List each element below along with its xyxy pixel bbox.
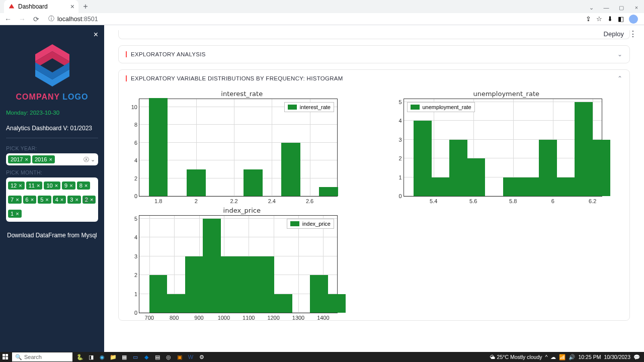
tag-remove-icon[interactable]: × bbox=[16, 197, 19, 203]
month-tag[interactable]: 10 × bbox=[44, 182, 60, 190]
app-icon[interactable]: 📁 bbox=[109, 352, 118, 361]
logo-word2: LOGO bbox=[62, 93, 88, 101]
legend-swatch bbox=[411, 105, 420, 110]
tag-remove-icon[interactable]: × bbox=[69, 183, 72, 189]
notifications-icon[interactable]: 💬 bbox=[633, 354, 640, 360]
app-icon[interactable]: ◉ bbox=[98, 352, 107, 361]
month-tag[interactable]: 1 × bbox=[8, 210, 22, 218]
close-icon[interactable]: × bbox=[629, 2, 644, 13]
back-icon[interactable]: ← bbox=[3, 14, 13, 24]
histogram-bar bbox=[149, 275, 168, 313]
share-icon[interactable]: ⇪ bbox=[586, 15, 591, 23]
expander-header[interactable]: EXPLORATORY VARIABLE DISTRIBUTIONS BY FR… bbox=[119, 70, 629, 87]
y-tick: 4 bbox=[134, 157, 139, 163]
y-tick: 5 bbox=[398, 99, 404, 105]
app-icon[interactable]: ◨ bbox=[87, 352, 96, 361]
month-tag[interactable]: 11 × bbox=[26, 182, 43, 190]
app-icon[interactable]: ▭ bbox=[131, 352, 140, 361]
tag-remove-icon[interactable]: × bbox=[85, 183, 88, 189]
clear-months-icon[interactable]: ⓧ bbox=[84, 196, 89, 204]
windows-icon bbox=[3, 354, 9, 360]
logo-hex-icon bbox=[27, 40, 77, 90]
tag-remove-icon[interactable]: × bbox=[45, 197, 48, 203]
app-icon[interactable]: ◆ bbox=[142, 352, 151, 361]
month-tag[interactable]: 12 × bbox=[8, 182, 25, 190]
year-caret-icon[interactable]: ⌄ bbox=[91, 156, 95, 163]
app-icon[interactable]: ▣ bbox=[175, 352, 184, 361]
tag-remove-icon[interactable]: × bbox=[49, 156, 52, 162]
app-icon[interactable]: ⚙ bbox=[197, 352, 206, 361]
month-tag[interactable]: 3 × bbox=[67, 196, 81, 204]
year-tag[interactable]: 2016 × bbox=[32, 155, 55, 163]
wifi-icon[interactable]: 📶 bbox=[559, 354, 566, 360]
x-tick: 1000 bbox=[218, 313, 230, 321]
legend-swatch bbox=[290, 221, 299, 226]
app-icon[interactable]: 🐍 bbox=[75, 352, 85, 361]
volume-icon[interactable]: 🔊 bbox=[569, 354, 575, 360]
url-port: :8501 bbox=[82, 16, 98, 23]
tray-chevron-icon[interactable]: ^ bbox=[545, 354, 548, 360]
tag-remove-icon[interactable]: × bbox=[55, 183, 58, 189]
year-tag[interactable]: 2017 × bbox=[8, 155, 31, 163]
forward-icon[interactable]: → bbox=[17, 14, 27, 24]
histogram-bar bbox=[414, 121, 432, 196]
deploy-button[interactable]: Deploy bbox=[604, 30, 624, 38]
new-tab-button[interactable]: + bbox=[78, 0, 93, 13]
site-info-icon[interactable]: ⓘ bbox=[48, 15, 54, 23]
url-input[interactable]: ⓘ localhost:8501 bbox=[45, 15, 582, 23]
tag-remove-icon[interactable]: × bbox=[16, 211, 19, 217]
month-tag[interactable]: 5 × bbox=[38, 196, 51, 204]
tag-remove-icon[interactable]: × bbox=[60, 197, 63, 203]
legend-label: interest_rate bbox=[300, 104, 331, 110]
month-tag[interactable]: 4 × bbox=[53, 196, 66, 204]
x-tick: 2 bbox=[195, 196, 198, 204]
app-icon[interactable]: ▦ bbox=[120, 352, 129, 361]
y-tick: 2 bbox=[134, 175, 139, 182]
maximize-icon[interactable]: ▢ bbox=[614, 2, 629, 13]
y-tick: 6 bbox=[134, 140, 139, 146]
tag-remove-icon[interactable]: × bbox=[25, 156, 28, 162]
histogram-bar bbox=[257, 256, 275, 313]
app-icon[interactable]: ◎ bbox=[164, 352, 173, 361]
profile-avatar[interactable] bbox=[629, 15, 638, 24]
app-icon[interactable]: ▤ bbox=[153, 352, 162, 361]
y-tick: 0 bbox=[398, 193, 404, 199]
address-bar: ← → ⟳ ⓘ localhost:8501 ⇪ ☆ ⬇ ◧ bbox=[0, 13, 644, 25]
cloud-icon[interactable]: ☁ bbox=[550, 354, 556, 360]
weather-widget[interactable]: 🌥 25°C Mostly cloudy bbox=[490, 354, 542, 360]
tag-remove-icon[interactable]: × bbox=[19, 183, 22, 189]
reload-icon[interactable]: ⟳ bbox=[31, 14, 41, 24]
expander-header[interactable]: EXPLORATORY ANALYSIS ⌄ bbox=[119, 46, 629, 63]
month-tag[interactable]: 7 × bbox=[8, 196, 22, 204]
download-dataframe-button[interactable]: Download DataFrame from Mysql bbox=[6, 229, 98, 242]
browser-tab[interactable]: Dashboard × bbox=[4, 0, 78, 13]
start-button[interactable] bbox=[0, 352, 11, 362]
tab-close-icon[interactable]: × bbox=[70, 3, 74, 11]
month-tag[interactable]: 9 × bbox=[62, 182, 75, 190]
taskbar-search[interactable]: 🔍 Search bbox=[12, 352, 72, 361]
clear-years-icon[interactable]: ⓧ bbox=[84, 156, 89, 163]
tag-remove-icon[interactable]: × bbox=[75, 197, 78, 203]
minimize-icon[interactable]: — bbox=[599, 2, 614, 13]
tag-remove-icon[interactable]: × bbox=[31, 197, 34, 203]
month-multiselect[interactable]: 12 ×11 ×10 ×9 ×8 ×7 ×6 ×5 ×4 ×3 ×2 ×1 ×ⓧ… bbox=[6, 177, 98, 222]
clock[interactable]: 10:25 PM bbox=[578, 354, 601, 360]
app-icon[interactable]: W bbox=[186, 352, 195, 361]
app-menu-icon[interactable]: ⋮ bbox=[629, 29, 637, 39]
histogram-bar bbox=[575, 102, 593, 197]
tag-remove-icon[interactable]: × bbox=[37, 183, 40, 189]
svg-rect-4 bbox=[3, 354, 5, 356]
year-multiselect[interactable]: 2017 ×2016 ×ⓧ⌄ bbox=[6, 153, 98, 165]
y-tick: 1 bbox=[134, 291, 139, 297]
extensions-icon[interactable]: ◧ bbox=[618, 15, 624, 23]
chart-legend: interest_rate bbox=[284, 102, 334, 112]
month-caret-icon[interactable]: ⌄ bbox=[91, 197, 95, 203]
sidebar-close-icon[interactable]: × bbox=[94, 30, 98, 39]
date[interactable]: 10/30/2023 bbox=[604, 354, 630, 360]
bookmark-icon[interactable]: ☆ bbox=[596, 15, 602, 23]
y-tick: 3 bbox=[398, 137, 404, 143]
month-tag[interactable]: 6 × bbox=[23, 196, 37, 204]
window-dropdown-icon[interactable]: ⌄ bbox=[584, 2, 599, 13]
download-icon[interactable]: ⬇ bbox=[607, 15, 613, 23]
month-tag[interactable]: 8 × bbox=[77, 182, 91, 190]
